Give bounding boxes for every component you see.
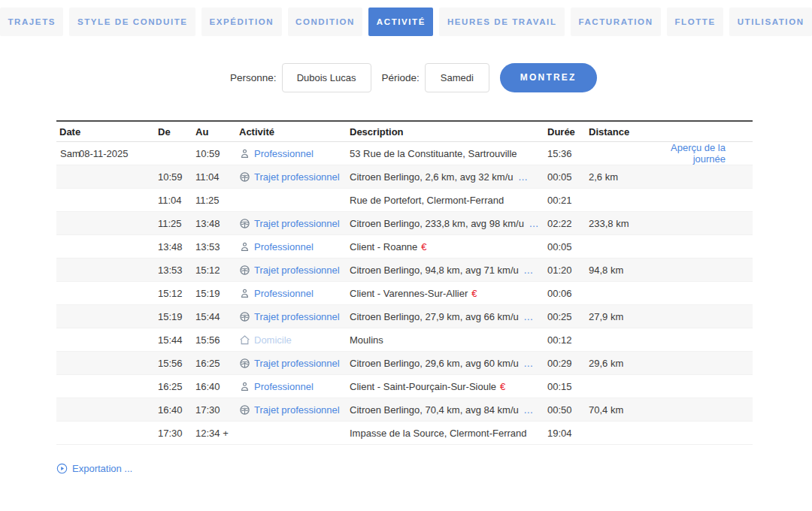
table-row: Sam08-11-202510:59Professionnel53 Rue de… [56,142,753,165]
cell-duration: 00:12 [547,334,589,346]
tab-activité[interactable]: ACTIVITÉ [368,8,433,36]
header-description: Description [350,126,547,138]
table-header-row: Date De Au Activité Description Durée Di… [56,120,753,142]
activity-link[interactable]: Trajet professionnel [254,218,340,229]
person-select[interactable]: Dubois Lucas [282,63,371,92]
cell-activity: Trajet professionnel [239,265,350,276]
cell-description: Moulins [350,334,547,346]
cell-description: Client - Roanne€ [350,241,547,252]
cell-duration: 00:06 [547,288,589,299]
description-more-link[interactable]: … [521,404,534,416]
cell-activity: Trajet professionnel [239,358,350,369]
activity-link[interactable]: Professionnel [254,148,314,159]
activity-link[interactable]: Professionnel [254,288,314,299]
tab-flotte[interactable]: FLOTTE [667,8,723,36]
day-overview-link[interactable]: Aperçu de la journée [645,142,753,165]
cell-activity: Domicile [239,334,350,346]
export-link[interactable]: Exportation ... [56,463,132,474]
header-distance: Distance [589,126,645,138]
table-row: 17:3012:34 +Impasse de la Source, Clermo… [56,422,753,445]
description-text: Impasse de la Source, Clermont-Ferrand [350,428,527,439]
cell-activity: Professionnel [239,288,350,299]
cell-from: 11:25 [158,218,195,229]
table-row: 16:2516:40ProfessionnelClient - Saint-Po… [56,375,753,398]
description-text: 53 Rue de la Constituante, Sartrouville [350,148,517,159]
header-to: Au [195,126,239,138]
export-link-label: Exportation ... [72,463,132,474]
cell-duration: 00:05 [547,241,589,252]
cell-duration: 00:25 [547,311,589,322]
cell-duration: 00:15 [547,381,589,392]
description-more-link[interactable]: … [521,265,534,276]
cell-to: 15:12 [195,265,239,276]
cell-duration: 02:22 [547,218,589,229]
table-row: 11:2513:48Trajet professionnelCitroen Be… [56,212,753,235]
description-text: Client - Saint-Pourçain-Sur-Sioule [350,381,496,392]
cell-from: 11:04 [158,195,195,206]
activity-link[interactable]: Trajet professionnel [254,171,340,183]
home-icon [239,334,250,346]
cell-from: 17:30 [158,428,195,439]
description-more-link[interactable]: … [521,311,534,322]
cell-to: 16:40 [195,381,239,392]
cell-duration: 15:36 [547,148,589,159]
cell-from: 13:53 [158,265,195,276]
activity-link[interactable]: Trajet professionnel [254,404,340,416]
table-row: 15:1915:44Trajet professionnelCitroen Be… [56,305,753,328]
header-from: De [158,126,195,138]
tab-style-de-conduite[interactable]: STYLE DE CONDUITE [69,8,195,36]
description-more-link[interactable]: … [521,358,534,369]
cell-from: 16:40 [158,404,195,416]
activity-link[interactable]: Professionnel [254,241,314,252]
description-more-link[interactable]: … [516,171,529,183]
description-text: Citroen Berlingo, 94,8 km, avg 71 km/u [350,265,519,276]
period-label: Période: [382,72,420,83]
person-icon [239,148,250,159]
activity-link[interactable]: Trajet professionnel [254,358,340,369]
euro-billable-icon: € [500,381,505,392]
header-activity: Activité [239,126,350,138]
activity-link[interactable]: Professionnel [254,381,314,392]
period-select[interactable]: Samedi [425,63,489,92]
show-button[interactable]: MONTREZ [500,63,597,92]
activity-link[interactable]: Trajet professionnel [254,311,340,322]
euro-billable-icon: € [421,241,426,252]
tab-trajets[interactable]: TRAJETS [0,8,63,36]
person-icon [239,381,250,392]
cell-to: 17:30 [195,404,239,416]
cell-description: Citroen Berlingo, 27,9 km, avg 66 km/u … [350,311,547,322]
person-select-value: Dubois Lucas [297,72,356,83]
table-row: 13:5315:12Trajet professionnelCitroen Be… [56,259,753,282]
cell-description: 53 Rue de la Constituante, Sartrouville [350,148,547,159]
cell-distance: 2,6 km [589,171,645,183]
tab-expédition[interactable]: EXPÉDITION [201,8,282,36]
steering-wheel-icon [239,404,250,416]
tab-utilisation[interactable]: UTILISATION [729,8,812,36]
table-row: 15:1215:19ProfessionnelClient - Varennes… [56,282,753,305]
cell-description: Citroen Berlingo, 70,4 km, avg 84 km/u … [350,404,547,416]
tab-heures-de-travail[interactable]: HEURES DE TRAVAIL [439,8,565,36]
table-row: 15:4415:56DomicileMoulins00:12 [56,328,753,352]
cell-activity: Trajet professionnel [239,404,350,416]
tab-facturation[interactable]: FACTURATION [571,8,661,36]
activity-link[interactable]: Trajet professionnel [254,265,340,276]
tab-condition[interactable]: CONDITION [288,8,363,36]
steering-wheel-icon [239,171,250,183]
cell-activity: Professionnel [239,241,350,252]
period-select-value: Samedi [441,72,474,83]
description-text: Citroen Berlingo, 70,4 km, avg 84 km/u [350,404,519,416]
cell-description: Client - Saint-Pourçain-Sur-Sioule€ [350,381,547,392]
cell-description: Client - Varennes-Sur-Allier€ [350,288,547,299]
activity-link: Domicile [254,334,292,346]
table-row: 10:5911:04Trajet professionnelCitroen Be… [56,165,753,189]
cell-activity: Professionnel [239,148,350,159]
cell-activity: Trajet professionnel [239,218,350,229]
cell-day: Sam [56,148,79,159]
cell-distance: 233,8 km [589,218,645,229]
cell-duration: 19:04 [547,428,589,439]
cell-description: Citroen Berlingo, 94,8 km, avg 71 km/u … [350,265,547,276]
cell-distance: 27,9 km [589,311,645,322]
cell-duration: 00:50 [547,404,589,416]
header-date: Date [56,126,158,138]
description-more-link[interactable]: … [526,218,539,229]
